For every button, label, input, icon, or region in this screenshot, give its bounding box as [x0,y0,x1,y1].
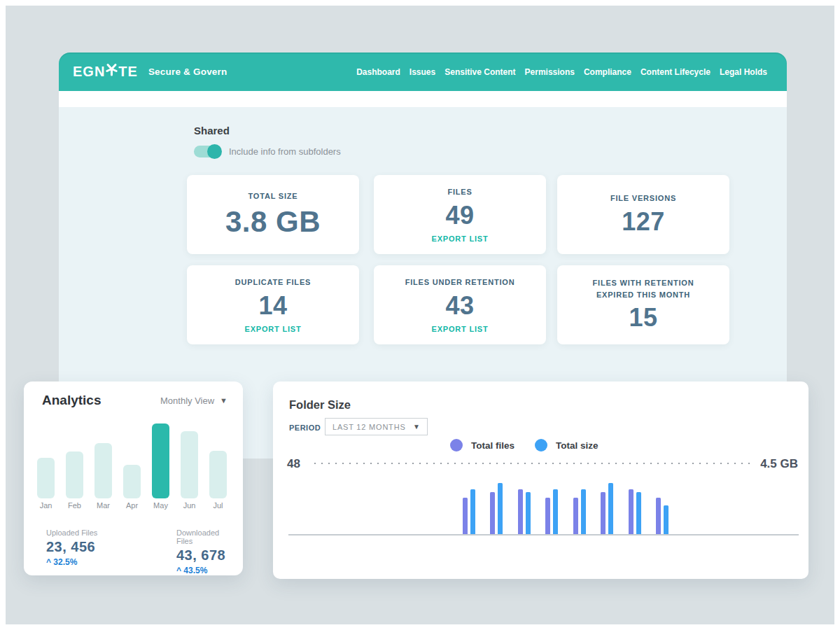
downloaded-files-delta: ^ 43.5% [176,566,229,575]
chevron-down-icon: ▼ [220,396,227,405]
analytics-card: Analytics Monthly View ▼ JanFebMarAprMay… [24,382,243,575]
toggle-label: Include info from subfolders [229,146,341,157]
product-name: Secure & Govern [148,66,227,77]
folder-bar-group [490,483,503,535]
folder-bar-group [601,483,613,535]
stat-label: FILES [447,186,472,198]
stat-value: 43 [445,291,474,321]
stat-value: 49 [445,201,474,230]
nav-item-sensitive-content[interactable]: Sensitive Content [444,67,515,77]
bar [608,483,613,535]
downloaded-files-label: Downloaded Files [176,528,229,545]
folder-bar-group [518,489,531,535]
monthly-view-label: Monthly View [160,396,214,406]
bar [470,489,475,535]
analytics-bar [152,424,169,498]
month-label: Mar [94,501,112,510]
bar [553,489,558,535]
stat-label: TOTAL SIZE [248,190,298,202]
nav-item-legal-holds[interactable]: Legal Holds [720,67,767,77]
bar [463,498,468,535]
stat-card-file-versions: FILE VERSIONS 127 [557,175,729,254]
nav-item-issues[interactable]: Issues [410,67,435,77]
export-list-link[interactable]: EXPORT LIST [432,234,489,243]
bar [545,498,550,535]
header-divider-strip [59,91,787,107]
stat-card-files: FILES 49 EXPORT LIST [374,175,546,254]
stat-label: FILES UNDER RETENTION [405,276,515,288]
logo-text-left: EGN [73,64,105,80]
bar [629,489,634,535]
stat-value: 3.8 GB [225,205,321,239]
bar [490,492,495,535]
month-label: Apr [123,501,141,510]
folder-size-card: Folder Size PERIOD LAST 12 MONTHS ▼ Tota… [273,382,808,579]
month-label: Jan [37,501,55,510]
downloaded-files-value: 43, 678 [176,547,229,564]
export-list-link[interactable]: EXPORT LIST [245,325,302,333]
include-subfolders-toggle[interactable] [194,146,220,158]
folder-bar-group [545,489,558,535]
monthly-view-selector[interactable]: Monthly View ▼ [160,396,227,406]
nav-item-dashboard[interactable]: Dashboard [356,67,400,77]
toggle-knob [207,144,222,159]
analytics-stats: Uploaded Files 23, 456 ^ 32.5% Downloade… [46,528,229,567]
bar [636,492,641,535]
bar [526,492,531,535]
stat-card-files-under-retention: FILES UNDER RETENTION 43 EXPORT LIST [374,265,546,344]
stat-value: 14 [258,291,287,321]
section-title-shared: Shared [194,125,230,136]
nav-item-content-lifecycle[interactable]: Content Lifecycle [640,67,710,77]
month-label: Jun [181,501,198,510]
export-list-link[interactable]: EXPORT LIST [432,325,489,333]
month-label: Jul [209,501,227,510]
analytics-bar [37,458,55,498]
bar [581,489,586,535]
analytics-bar [181,431,198,498]
nav-item-permissions[interactable]: Permissions [525,67,575,77]
stat-card-duplicate-files: DUPLICATE FILES 14 EXPORT LIST [187,265,359,344]
uploaded-files-value: 23, 456 [46,539,97,555]
stat-value: 15 [629,303,657,332]
analytics-bar [66,451,83,498]
analytics-month-labels: JanFebMarAprMayJunJul [37,501,227,510]
analytics-bar [209,451,227,498]
folder-bar-group [629,489,641,535]
bar [656,498,661,535]
stat-label: FILE VERSIONS [610,192,676,204]
month-label: Feb [66,501,83,510]
analytics-header: Analytics Monthly View ▼ [42,393,227,408]
month-label: May [152,501,169,510]
folder-bar-group [573,489,586,535]
stat-label: DUPLICATE FILES [235,276,311,288]
bar [601,492,606,535]
stat-card-retention-expired: FILES WITH RETENTION EXPIRED THIS MONTH … [557,265,729,344]
egnyte-star-icon [105,63,118,81]
nav-item-compliance[interactable]: Compliance [584,67,631,77]
stat-card-total-size: TOTAL SIZE 3.8 GB [187,175,359,254]
uploaded-files-stat: Uploaded Files 23, 456 ^ 32.5% [46,528,97,567]
stat-value: 127 [622,207,665,237]
logo-text-right: TE [118,64,138,80]
analytics-bar [94,443,112,498]
bar [664,505,668,535]
egnyte-logo[interactable]: EGN TE [73,63,138,81]
folder-bar-group [463,489,475,535]
bar [573,498,578,535]
stat-label: FILES WITH RETENTION EXPIRED THIS MONTH [580,277,706,300]
uploaded-files-label: Uploaded Files [46,528,97,537]
downloaded-files-stat: Downloaded Files 43, 678 ^ 43.5% [176,528,229,575]
chart-baseline [288,534,799,536]
top-navbar: EGN TE Secure & Govern Dashboard Issues … [59,52,787,91]
subfolders-toggle-row: Include info from subfolders [194,146,341,158]
analytics-bars [37,424,227,498]
folder-bar-group [656,498,668,535]
folder-bars [273,382,808,579]
analytics-title: Analytics [42,393,101,408]
bar [498,483,503,535]
nav-links: Dashboard Issues Sensitive Content Permi… [356,67,767,77]
bar [518,489,523,535]
uploaded-files-delta: ^ 32.5% [46,557,97,567]
analytics-bar [123,465,141,498]
